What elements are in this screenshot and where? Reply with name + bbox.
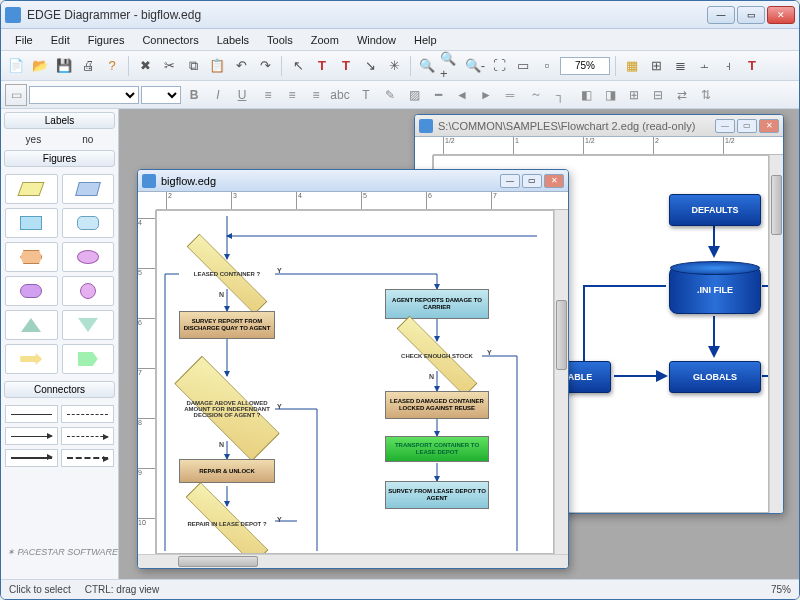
italic-button[interactable]: I — [207, 84, 229, 106]
open-button[interactable]: 📂 — [29, 55, 51, 77]
child1-canvas[interactable]: LEASED CONTAINER ? Y N SURVEY REPORT FRO… — [156, 210, 554, 554]
fill-color-button[interactable]: ▭ — [5, 84, 27, 106]
zoom-fit-button[interactable]: ⛶ — [488, 55, 510, 77]
menu-window[interactable]: Window — [349, 32, 404, 48]
child1-scroll-h[interactable] — [138, 554, 568, 568]
node-leased-locked[interactable]: LEASED DAMAGED CONTAINER LOCKED AGAINST … — [385, 391, 489, 419]
connector-tool[interactable]: ↘ — [359, 55, 381, 77]
figure-process[interactable] — [5, 208, 58, 238]
connector-dashed[interactable] — [61, 405, 114, 423]
node-repair-depot[interactable]: REPAIR IN LEASE DEPOT ? — [179, 506, 275, 541]
bold-button[interactable]: B — [183, 84, 205, 106]
zoom-actual-button[interactable]: ▫ — [536, 55, 558, 77]
label-no[interactable]: no — [82, 134, 93, 145]
connector-arrow[interactable] — [5, 427, 58, 445]
line-weight-button[interactable]: ═ — [499, 84, 521, 106]
node-transport-depot[interactable]: TRANSPORT CONTAINER TO LEASE DEPOT — [385, 436, 489, 462]
label-button[interactable]: abc — [329, 84, 351, 106]
figure-connector[interactable] — [62, 276, 115, 306]
connector-line[interactable] — [5, 405, 58, 423]
child1-maximize[interactable]: ▭ — [522, 174, 542, 188]
menu-connectors[interactable]: Connectors — [134, 32, 206, 48]
font-size-combo[interactable] — [141, 86, 181, 104]
back-button[interactable]: ◨ — [599, 84, 621, 106]
align-center-button[interactable]: ≡ — [281, 84, 303, 106]
figure-offpage[interactable] — [62, 344, 115, 374]
text-color-button[interactable]: T — [355, 84, 377, 106]
figure-display[interactable] — [62, 242, 115, 272]
menu-help[interactable]: Help — [406, 32, 445, 48]
connector-dashed-arrow[interactable] — [61, 427, 114, 445]
figure-terminator-2[interactable] — [5, 276, 58, 306]
font-combo[interactable] — [29, 86, 139, 104]
grid-button[interactable]: ▦ — [621, 55, 643, 77]
ortho-button[interactable]: ┐ — [549, 84, 571, 106]
text-tool-2[interactable]: T — [335, 55, 357, 77]
arrow-end-button[interactable]: ► — [475, 84, 497, 106]
menu-edit[interactable]: Edit — [43, 32, 78, 48]
group-button[interactable]: ⊞ — [623, 84, 645, 106]
child2-minimize[interactable]: — — [715, 119, 735, 133]
node-agent-reports[interactable]: AGENT REPORTS DAMAGE TO CARRIER — [385, 289, 489, 319]
minimize-button[interactable]: — — [707, 6, 735, 24]
child-window-bigflow[interactable]: bigflow.edg — ▭ ✕ 2 3 4 5 6 7 4 5 — [137, 169, 569, 569]
front-button[interactable]: ◧ — [575, 84, 597, 106]
align-right-button[interactable]: ≡ — [305, 84, 327, 106]
line-color-button[interactable]: ✎ — [379, 84, 401, 106]
figures-panel-header[interactable]: Figures — [4, 150, 115, 167]
menu-file[interactable]: File — [7, 32, 41, 48]
cut-button[interactable]: ✂ — [158, 55, 180, 77]
close-button[interactable]: ✕ — [767, 6, 795, 24]
node-globals[interactable]: GLOBALS — [669, 361, 761, 393]
undo-button[interactable]: ↶ — [230, 55, 252, 77]
child1-scroll-v[interactable] — [554, 210, 568, 554]
figure-merge[interactable] — [62, 310, 115, 340]
redo-button[interactable]: ↷ — [254, 55, 276, 77]
label-yes[interactable]: yes — [26, 134, 42, 145]
distribute-button[interactable]: ⫞ — [717, 55, 739, 77]
copy-button[interactable]: ⧉ — [182, 55, 204, 77]
labels-panel-header[interactable]: Labels — [4, 112, 115, 129]
zoom-out-button[interactable]: 🔍- — [464, 55, 486, 77]
figure-arrow[interactable] — [5, 344, 58, 374]
flip-h-button[interactable]: ⇄ — [671, 84, 693, 106]
line-style-button[interactable]: ━ — [427, 84, 449, 106]
node-repair-unlock[interactable]: REPAIR & UNLOCK — [179, 459, 275, 483]
new-button[interactable]: 📄 — [5, 55, 27, 77]
zoom-combo[interactable] — [560, 57, 610, 75]
save-button[interactable]: 💾 — [53, 55, 75, 77]
node-survey-report[interactable]: SURVEY REPORT FROM DISCHARGE QUAY TO AGE… — [179, 311, 275, 339]
figure-decision[interactable] — [5, 174, 58, 204]
child2-maximize[interactable]: ▭ — [737, 119, 757, 133]
text-style-button[interactable]: T — [741, 55, 763, 77]
node-leased-container[interactable]: LEASED CONTAINER ? — [179, 259, 275, 289]
connector-thick-dashed[interactable] — [61, 449, 114, 467]
maximize-button[interactable]: ▭ — [737, 6, 765, 24]
menu-figures[interactable]: Figures — [80, 32, 133, 48]
select-tool[interactable]: ↖ — [287, 55, 309, 77]
snap-button[interactable]: ⊞ — [645, 55, 667, 77]
node-survey-depot[interactable]: SURVEY FROM LEASE DEPOT TO AGENT — [385, 481, 489, 509]
figure-terminator[interactable] — [62, 208, 115, 238]
ungroup-button[interactable]: ⊟ — [647, 84, 669, 106]
help-button[interactable]: ? — [101, 55, 123, 77]
align-button[interactable]: ⫠ — [693, 55, 715, 77]
menu-zoom[interactable]: Zoom — [303, 32, 347, 48]
child2-close[interactable]: ✕ — [759, 119, 779, 133]
connectors-panel-header[interactable]: Connectors — [4, 381, 115, 398]
curve-button[interactable]: ～ — [525, 84, 547, 106]
menu-labels[interactable]: Labels — [209, 32, 257, 48]
layers-button[interactable]: ≣ — [669, 55, 691, 77]
align-left-button[interactable]: ≡ — [257, 84, 279, 106]
figure-extract[interactable] — [5, 310, 58, 340]
node-tool[interactable]: ✳ — [383, 55, 405, 77]
zoom-page-button[interactable]: ▭ — [512, 55, 534, 77]
child1-close[interactable]: ✕ — [544, 174, 564, 188]
figure-data[interactable] — [62, 174, 115, 204]
child1-minimize[interactable]: — — [500, 174, 520, 188]
zoom-in-button[interactable]: 🔍+ — [440, 55, 462, 77]
print-button[interactable]: 🖨 — [77, 55, 99, 77]
node-defaults[interactable]: DEFAULTS — [669, 194, 761, 226]
mdi-area[interactable]: S:\COMMON\SAMPLES\Flowchart 2.edg (read-… — [119, 109, 799, 579]
child2-scroll-v[interactable] — [769, 155, 783, 513]
